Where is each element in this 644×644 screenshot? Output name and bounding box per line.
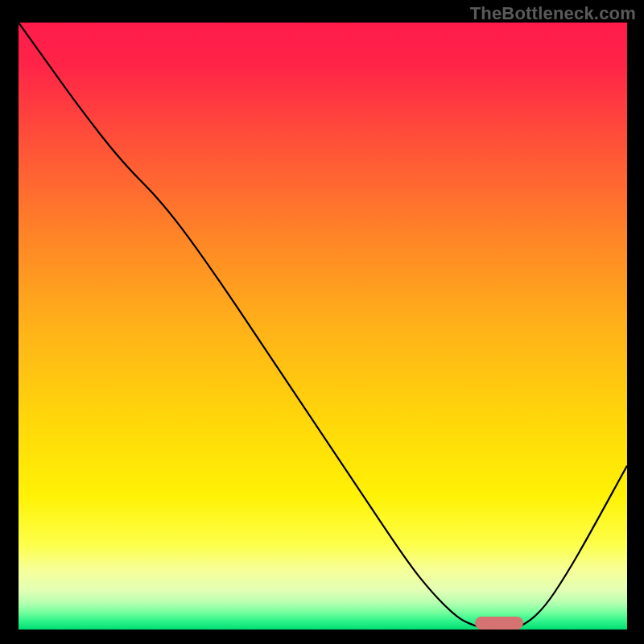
chart-frame: TheBottleneck.com (0, 0, 644, 644)
plot-area (19, 23, 627, 630)
bottleneck-curve (19, 23, 627, 630)
optimal-range-marker (475, 617, 523, 630)
watermark-text: TheBottleneck.com (470, 3, 636, 24)
